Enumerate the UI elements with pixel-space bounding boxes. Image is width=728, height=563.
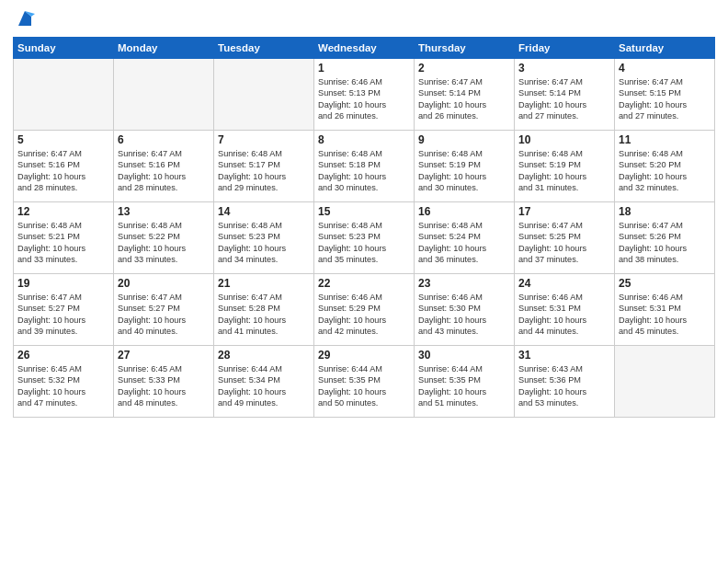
calendar-cell: 12Sunrise: 6:48 AM Sunset: 5:21 PM Dayli… xyxy=(14,202,114,274)
day-info: Sunrise: 6:45 AM Sunset: 5:32 PM Dayligh… xyxy=(17,363,109,409)
calendar-week-row: 19Sunrise: 6:47 AM Sunset: 5:27 PM Dayli… xyxy=(14,274,715,346)
day-number: 26 xyxy=(17,349,109,362)
calendar-cell: 13Sunrise: 6:48 AM Sunset: 5:22 PM Dayli… xyxy=(114,202,214,274)
day-info: Sunrise: 6:48 AM Sunset: 5:24 PM Dayligh… xyxy=(418,220,510,266)
calendar-cell: 28Sunrise: 6:44 AM Sunset: 5:34 PM Dayli… xyxy=(214,346,314,418)
calendar-cell: 11Sunrise: 6:48 AM Sunset: 5:20 PM Dayli… xyxy=(615,131,715,202)
calendar-cell: 14Sunrise: 6:48 AM Sunset: 5:23 PM Dayli… xyxy=(214,202,314,274)
day-number: 1 xyxy=(318,62,410,75)
calendar-cell: 17Sunrise: 6:47 AM Sunset: 5:25 PM Dayli… xyxy=(515,202,615,274)
calendar-cell: 6Sunrise: 6:47 AM Sunset: 5:16 PM Daylig… xyxy=(114,131,214,202)
day-info: Sunrise: 6:46 AM Sunset: 5:13 PM Dayligh… xyxy=(318,76,410,122)
calendar-cell: 18Sunrise: 6:47 AM Sunset: 5:26 PM Dayli… xyxy=(615,202,715,274)
weekday-header: Saturday xyxy=(615,38,715,59)
day-info: Sunrise: 6:47 AM Sunset: 5:16 PM Dayligh… xyxy=(118,148,210,194)
calendar-cell: 26Sunrise: 6:45 AM Sunset: 5:32 PM Dayli… xyxy=(14,346,114,418)
day-info: Sunrise: 6:48 AM Sunset: 5:17 PM Dayligh… xyxy=(218,148,310,194)
weekday-header: Tuesday xyxy=(214,38,314,59)
calendar-cell xyxy=(114,59,214,131)
calendar-cell: 23Sunrise: 6:46 AM Sunset: 5:30 PM Dayli… xyxy=(415,274,515,346)
logo-icon xyxy=(15,9,35,29)
day-number: 2 xyxy=(418,62,510,75)
calendar-cell: 15Sunrise: 6:48 AM Sunset: 5:23 PM Dayli… xyxy=(314,202,415,274)
day-number: 9 xyxy=(418,133,510,146)
day-number: 7 xyxy=(218,133,310,146)
day-number: 6 xyxy=(118,133,210,146)
calendar-week-row: 26Sunrise: 6:45 AM Sunset: 5:32 PM Dayli… xyxy=(14,346,715,418)
day-info: Sunrise: 6:48 AM Sunset: 5:19 PM Dayligh… xyxy=(418,148,510,194)
day-number: 29 xyxy=(318,349,410,362)
calendar-cell: 16Sunrise: 6:48 AM Sunset: 5:24 PM Dayli… xyxy=(415,202,515,274)
calendar-cell: 9Sunrise: 6:48 AM Sunset: 5:19 PM Daylig… xyxy=(415,131,515,202)
calendar-cell: 7Sunrise: 6:48 AM Sunset: 5:17 PM Daylig… xyxy=(214,131,314,202)
day-info: Sunrise: 6:47 AM Sunset: 5:27 PM Dayligh… xyxy=(118,292,210,338)
weekday-header: Sunday xyxy=(14,38,114,59)
weekday-header-row: SundayMondayTuesdayWednesdayThursdayFrid… xyxy=(14,38,715,59)
day-number: 17 xyxy=(518,205,610,218)
day-info: Sunrise: 6:46 AM Sunset: 5:29 PM Dayligh… xyxy=(318,292,410,338)
day-number: 28 xyxy=(218,349,310,362)
day-number: 8 xyxy=(318,133,410,146)
calendar-cell xyxy=(214,59,314,131)
header xyxy=(13,9,715,29)
day-number: 19 xyxy=(17,277,109,290)
day-info: Sunrise: 6:46 AM Sunset: 5:31 PM Dayligh… xyxy=(619,292,711,338)
day-info: Sunrise: 6:48 AM Sunset: 5:21 PM Dayligh… xyxy=(17,220,109,266)
day-number: 12 xyxy=(17,205,109,218)
calendar-cell: 10Sunrise: 6:48 AM Sunset: 5:19 PM Dayli… xyxy=(515,131,615,202)
calendar-week-row: 12Sunrise: 6:48 AM Sunset: 5:21 PM Dayli… xyxy=(14,202,715,274)
page: SundayMondayTuesdayWednesdayThursdayFrid… xyxy=(0,0,728,563)
day-info: Sunrise: 6:47 AM Sunset: 5:27 PM Dayligh… xyxy=(17,292,109,338)
day-info: Sunrise: 6:47 AM Sunset: 5:14 PM Dayligh… xyxy=(418,76,510,122)
day-number: 11 xyxy=(619,133,711,146)
day-number: 21 xyxy=(218,277,310,290)
calendar-cell xyxy=(615,346,715,418)
calendar-cell: 1Sunrise: 6:46 AM Sunset: 5:13 PM Daylig… xyxy=(314,59,415,131)
day-info: Sunrise: 6:43 AM Sunset: 5:36 PM Dayligh… xyxy=(518,363,610,409)
weekday-header: Wednesday xyxy=(314,38,415,59)
calendar-cell: 5Sunrise: 6:47 AM Sunset: 5:16 PM Daylig… xyxy=(14,131,114,202)
day-number: 27 xyxy=(118,349,210,362)
day-number: 4 xyxy=(619,62,711,75)
calendar-cell: 4Sunrise: 6:47 AM Sunset: 5:15 PM Daylig… xyxy=(615,59,715,131)
calendar-cell: 8Sunrise: 6:48 AM Sunset: 5:18 PM Daylig… xyxy=(314,131,415,202)
day-info: Sunrise: 6:45 AM Sunset: 5:33 PM Dayligh… xyxy=(118,363,210,409)
logo xyxy=(13,9,35,29)
day-info: Sunrise: 6:48 AM Sunset: 5:23 PM Dayligh… xyxy=(318,220,410,266)
calendar-cell xyxy=(14,59,114,131)
day-number: 31 xyxy=(518,349,610,362)
day-info: Sunrise: 6:48 AM Sunset: 5:22 PM Dayligh… xyxy=(118,220,210,266)
day-info: Sunrise: 6:48 AM Sunset: 5:18 PM Dayligh… xyxy=(318,148,410,194)
day-number: 20 xyxy=(118,277,210,290)
weekday-header: Friday xyxy=(515,38,615,59)
day-number: 24 xyxy=(518,277,610,290)
day-info: Sunrise: 6:47 AM Sunset: 5:28 PM Dayligh… xyxy=(218,292,310,338)
calendar-cell: 30Sunrise: 6:44 AM Sunset: 5:35 PM Dayli… xyxy=(415,346,515,418)
day-number: 23 xyxy=(418,277,510,290)
calendar-week-row: 5Sunrise: 6:47 AM Sunset: 5:16 PM Daylig… xyxy=(14,131,715,202)
day-info: Sunrise: 6:48 AM Sunset: 5:20 PM Dayligh… xyxy=(619,148,711,194)
calendar-cell: 25Sunrise: 6:46 AM Sunset: 5:31 PM Dayli… xyxy=(615,274,715,346)
calendar-cell: 19Sunrise: 6:47 AM Sunset: 5:27 PM Dayli… xyxy=(14,274,114,346)
day-number: 5 xyxy=(17,133,109,146)
day-info: Sunrise: 6:46 AM Sunset: 5:30 PM Dayligh… xyxy=(418,292,510,338)
calendar-cell: 3Sunrise: 6:47 AM Sunset: 5:14 PM Daylig… xyxy=(515,59,615,131)
day-info: Sunrise: 6:44 AM Sunset: 5:34 PM Dayligh… xyxy=(218,363,310,409)
day-number: 3 xyxy=(518,62,610,75)
day-number: 13 xyxy=(118,205,210,218)
day-info: Sunrise: 6:46 AM Sunset: 5:31 PM Dayligh… xyxy=(518,292,610,338)
calendar-cell: 31Sunrise: 6:43 AM Sunset: 5:36 PM Dayli… xyxy=(515,346,615,418)
calendar-cell: 29Sunrise: 6:44 AM Sunset: 5:35 PM Dayli… xyxy=(314,346,415,418)
weekday-header: Thursday xyxy=(415,38,515,59)
day-info: Sunrise: 6:47 AM Sunset: 5:25 PM Dayligh… xyxy=(518,220,610,266)
day-info: Sunrise: 6:44 AM Sunset: 5:35 PM Dayligh… xyxy=(318,363,410,409)
calendar-cell: 24Sunrise: 6:46 AM Sunset: 5:31 PM Dayli… xyxy=(515,274,615,346)
calendar-cell: 20Sunrise: 6:47 AM Sunset: 5:27 PM Dayli… xyxy=(114,274,214,346)
calendar-week-row: 1Sunrise: 6:46 AM Sunset: 5:13 PM Daylig… xyxy=(14,59,715,131)
calendar-cell: 27Sunrise: 6:45 AM Sunset: 5:33 PM Dayli… xyxy=(114,346,214,418)
day-number: 30 xyxy=(418,349,510,362)
day-info: Sunrise: 6:47 AM Sunset: 5:16 PM Dayligh… xyxy=(17,148,109,194)
day-number: 25 xyxy=(619,277,711,290)
day-info: Sunrise: 6:47 AM Sunset: 5:14 PM Dayligh… xyxy=(518,76,610,122)
day-info: Sunrise: 6:47 AM Sunset: 5:15 PM Dayligh… xyxy=(619,76,711,122)
